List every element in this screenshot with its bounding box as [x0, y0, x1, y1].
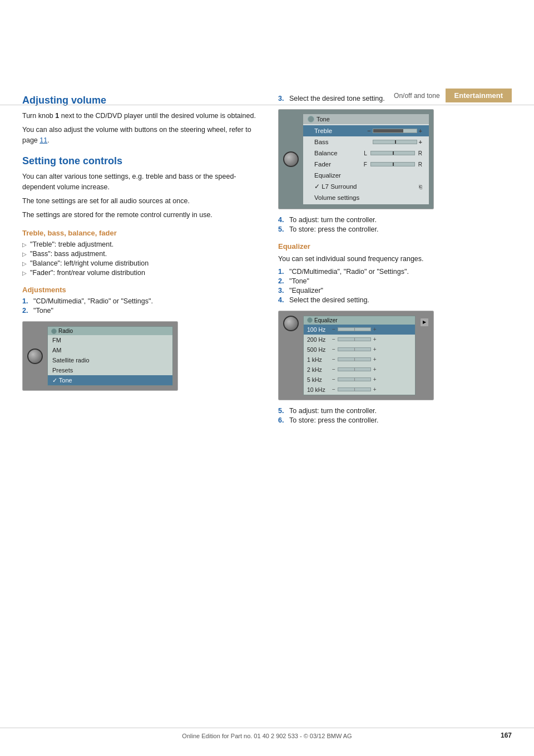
radio-controls [27, 348, 43, 364]
header-entertainment-label: Entertainment [446, 89, 512, 102]
list-item: 2. "Tone" [22, 307, 256, 315]
treble-bass-list: "Treble": treble adjustment. "Bass": bas… [22, 240, 256, 277]
tone-outer: Tone Treble − + [279, 110, 433, 209]
tone-row-treble: Treble − + [303, 125, 429, 136]
eq-knob-left [283, 316, 299, 331]
eq-row-1khz: 1 kHz − + [304, 355, 415, 365]
eq-row-500hz: 500 Hz − + [304, 345, 415, 355]
list-item: 3. "Equalizer" [278, 287, 512, 294]
tone-screen-body: Treble − + Bass [303, 124, 429, 204]
list-item: 4. To adjust: turn the controller. [278, 216, 512, 224]
list-item: 6. To store: press the controller. [278, 416, 512, 424]
eq-arrow-right[interactable]: ▶ [420, 318, 429, 327]
list-item: 5. To store: press the controller. [278, 225, 512, 233]
radio-icon [51, 328, 57, 334]
eq-row-5khz: 5 kHz − + [304, 375, 415, 385]
tone-icon [308, 116, 314, 122]
eq-row-200hz: 200 Hz − + [304, 335, 415, 345]
right-column: 3. Select the desired tone setting. Tone [278, 95, 512, 429]
eq-outer: Equalizer 100 Hz − + 200 Hz − + [279, 311, 433, 400]
eq-knob [283, 316, 299, 331]
list-item: 5. To adjust: turn the controller. [278, 407, 512, 415]
eq-row-10khz: 10 kHz − + [304, 385, 415, 395]
knob-number: 1 [55, 112, 59, 120]
header-onoff-label: On/off and tone [388, 90, 446, 102]
eq-screen-area: Equalizer 100 Hz − + 200 Hz − + [303, 316, 416, 395]
radio-menu-satellite: Satellite radio [48, 355, 172, 365]
treble-bass-title: Treble, bass, balance, fader [22, 229, 256, 237]
radio-menu-presets: Presets [48, 365, 172, 375]
setting-tone-para3: The settings are stored for the remote c… [22, 210, 256, 220]
radio-screenshot: Radio FM AM Satellite radio Presets [22, 321, 178, 391]
list-item: "Treble": treble adjustment. [22, 240, 256, 248]
page-number: 167 [501, 732, 512, 739]
adjustments-steps: 1. "CD/Multimedia", "Radio" or "Settings… [22, 297, 256, 315]
radio-knob [27, 348, 43, 364]
adjusting-volume-para1: Turn knob 1 next to the CD/DVD player un… [22, 111, 256, 121]
radio-screen: Radio FM AM Satellite radio Presets [47, 326, 173, 386]
right-steps-mid: 4. To adjust: turn the controller. 5. To… [278, 216, 512, 233]
list-item: "Fader": front/rear volume distribution [22, 269, 256, 277]
footer-text: Online Edition for Part no. 01 40 2 902 … [182, 733, 352, 739]
tone-knob-left [283, 151, 299, 167]
eq-row-100hz: 100 Hz − + [304, 325, 415, 335]
list-item: 1. "CD/Multimedia", "Radio" or "Settings… [278, 268, 512, 276]
header-bar: On/off and tone Entertainment [0, 86, 534, 105]
adjustments-title: Adjustments [22, 286, 256, 294]
adjusting-volume-para2: You can also adjust the volume with butt… [22, 125, 256, 146]
eq-titlebar: Equalizer [304, 316, 415, 325]
tone-row-surround: ✓ L7 Surround ⎗ [303, 181, 429, 192]
list-item: "Balance": left/right volume distributio… [22, 259, 256, 267]
tone-titlebar: Tone [303, 114, 429, 124]
right-steps-bottom: 5. To adjust: turn the controller. 6. To… [278, 407, 512, 424]
equalizer-title: Equalizer [278, 242, 512, 251]
eq-title: Equalizer [314, 317, 338, 323]
tone-row-equalizer: Equalizer [303, 170, 429, 181]
eq-screenshot: Equalizer 100 Hz − + 200 Hz − + [278, 311, 434, 400]
setting-tone-title: Setting tone controls [22, 155, 256, 167]
footer: Online Edition for Part no. 01 40 2 902 … [0, 728, 534, 739]
eq-row-2khz: 2 kHz − + [304, 365, 415, 375]
eq-steps: 1. "CD/Multimedia", "Radio" or "Settings… [278, 268, 512, 304]
setting-tone-para2: The tone settings are set for all audio … [22, 196, 256, 207]
tone-row-balance: Balance L R [303, 148, 429, 159]
radio-titlebar: Radio [48, 327, 172, 335]
radio-menu-am: AM [48, 345, 172, 355]
radio-menu-fm: FM [48, 335, 172, 345]
list-item: 1. "CD/Multimedia", "Radio" or "Settings… [22, 297, 256, 305]
tone-knob [283, 151, 299, 167]
tone-row-fader: Fader F R [303, 159, 429, 170]
radio-title: Radio [58, 328, 73, 334]
page-link-11[interactable]: 11 [39, 136, 47, 144]
list-item: 2. "Tone" [278, 277, 512, 285]
eq-icon [307, 317, 313, 323]
tone-screen-inner: Tone Treble − + [303, 114, 429, 204]
tone-screenshot: Tone Treble − + [278, 109, 434, 209]
equalizer-para: You can set individual sound frequency r… [278, 254, 512, 264]
radio-menu-tone: ✓ Tone [48, 375, 172, 385]
header-section: On/off and tone Entertainment [388, 89, 512, 102]
setting-tone-para1: You can alter various tone settings, e.g… [22, 171, 256, 193]
list-item: 4. Select the desired setting. [278, 296, 512, 304]
tone-row-bass: Bass + [303, 136, 429, 148]
radio-outer: Radio FM AM Satellite radio Presets [23, 322, 177, 390]
tone-title: Tone [317, 116, 330, 122]
main-content: Adjusting volume Turn knob 1 next to the… [0, 95, 534, 429]
tone-row-volume-settings: Volume settings [303, 192, 429, 203]
left-column: Adjusting volume Turn knob 1 next to the… [22, 95, 256, 429]
list-item: "Bass": bass adjustment. [22, 250, 256, 258]
